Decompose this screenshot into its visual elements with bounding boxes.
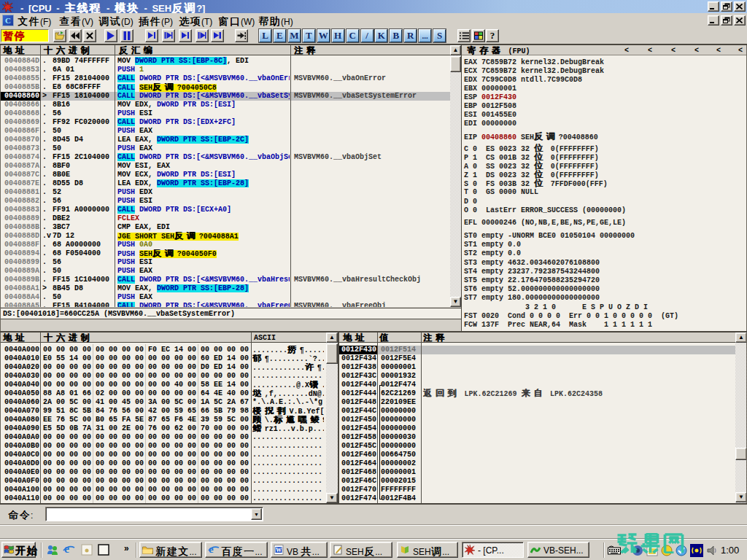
svg-text:W: W: [276, 547, 282, 553]
